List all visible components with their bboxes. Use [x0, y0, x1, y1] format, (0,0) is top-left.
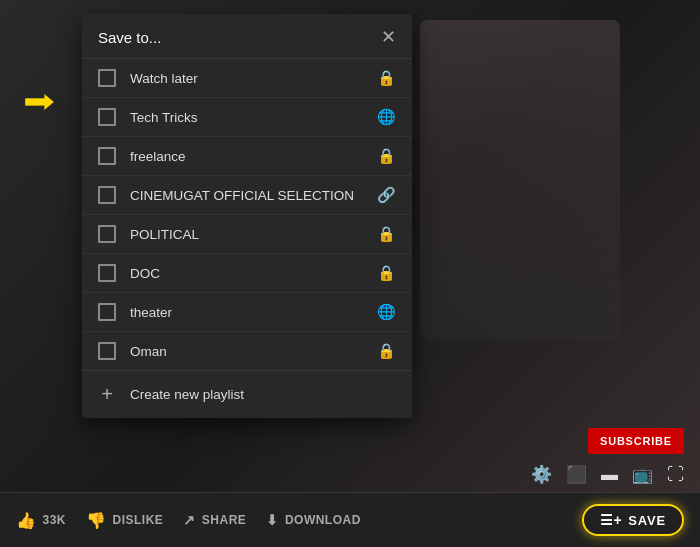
like-icon: 👍: [16, 511, 37, 530]
download-button[interactable]: ⬇ DOWNLOAD: [266, 512, 361, 528]
theater-icon[interactable]: ▬: [601, 465, 618, 485]
lock-icon: 🔒: [377, 69, 396, 87]
save-icon: ☰+: [600, 512, 623, 528]
subscribe-button[interactable]: SUBSCRIBE: [588, 428, 684, 454]
checkbox-freelance[interactable]: [98, 147, 116, 165]
modal-header: Save to... ✕: [82, 14, 412, 59]
playlist-name: theater: [130, 305, 363, 320]
lock-icon: 🔒: [377, 342, 396, 360]
save-to-modal: Save to... ✕ Watch later 🔒 Tech Tricks 🌐…: [82, 14, 412, 418]
checkbox-tech-tricks[interactable]: [98, 108, 116, 126]
bottom-bar: 👍 33K 👎 DISLIKE ↗ SHARE ⬇ DOWNLOAD ☰+ SA…: [0, 492, 700, 547]
list-item[interactable]: DOC 🔒: [82, 254, 412, 293]
list-item[interactable]: Oman 🔒: [82, 332, 412, 370]
close-button[interactable]: ✕: [381, 28, 396, 46]
lock-icon: 🔒: [377, 147, 396, 165]
playlist-name: Oman: [130, 344, 363, 359]
save-label: SAVE: [628, 513, 666, 528]
bottom-bar-left: 👍 33K 👎 DISLIKE ↗ SHARE ⬇ DOWNLOAD: [16, 511, 361, 530]
settings-icon[interactable]: ⚙️: [531, 464, 552, 485]
bottom-bar-right: ☰+ SAVE: [582, 504, 684, 536]
cast-icon[interactable]: 📺: [632, 464, 653, 485]
dislike-label: DISLIKE: [113, 513, 164, 527]
video-figure: [420, 20, 620, 340]
subscribe-label: SUBSCRIBE: [600, 435, 672, 447]
playlist-name: Watch later: [130, 71, 363, 86]
like-count: 33K: [43, 513, 67, 527]
list-item[interactable]: Tech Tricks 🌐: [82, 98, 412, 137]
checkbox-political[interactable]: [98, 225, 116, 243]
globe-icon: 🌐: [377, 303, 396, 321]
lock-icon: 🔒: [377, 264, 396, 282]
checkbox-doc[interactable]: [98, 264, 116, 282]
lock-icon: 🔒: [377, 225, 396, 243]
modal-title: Save to...: [98, 29, 161, 46]
create-new-label: Create new playlist: [130, 387, 244, 402]
playlist-name: CINEMUGAT OFFICIAL SELECTION: [130, 188, 363, 203]
checkbox-oman[interactable]: [98, 342, 116, 360]
fullscreen-icon[interactable]: ⛶: [667, 465, 684, 485]
save-button[interactable]: ☰+ SAVE: [582, 504, 684, 536]
download-icon: ⬇: [266, 512, 279, 528]
checkbox-watch-later[interactable]: [98, 69, 116, 87]
checkbox-theater[interactable]: [98, 303, 116, 321]
plus-icon: +: [98, 383, 116, 406]
create-new-playlist-button[interactable]: + Create new playlist: [82, 370, 412, 418]
playlist-list: Watch later 🔒 Tech Tricks 🌐 freelance 🔒 …: [82, 59, 412, 370]
miniplayer-icon[interactable]: ⬛: [566, 464, 587, 485]
globe-icon: 🌐: [377, 108, 396, 126]
list-item[interactable]: POLITICAL 🔒: [82, 215, 412, 254]
checkbox-cinemugat[interactable]: [98, 186, 116, 204]
playlist-name: POLITICAL: [130, 227, 363, 242]
share-button[interactable]: ↗ SHARE: [183, 512, 246, 528]
playlist-name: DOC: [130, 266, 363, 281]
dislike-icon: 👎: [86, 511, 107, 530]
link-icon: 🔗: [377, 186, 396, 204]
list-item[interactable]: theater 🌐: [82, 293, 412, 332]
download-label: DOWNLOAD: [285, 513, 361, 527]
list-item[interactable]: CINEMUGAT OFFICIAL SELECTION 🔗: [82, 176, 412, 215]
share-icon: ↗: [183, 512, 196, 528]
dislike-button[interactable]: 👎 DISLIKE: [86, 511, 163, 530]
share-label: SHARE: [202, 513, 247, 527]
like-button[interactable]: 👍 33K: [16, 511, 66, 530]
playlist-name: freelance: [130, 149, 363, 164]
list-item[interactable]: Watch later 🔒: [82, 59, 412, 98]
list-item[interactable]: freelance 🔒: [82, 137, 412, 176]
yellow-arrow: ➡: [23, 82, 55, 120]
playlist-name: Tech Tricks: [130, 110, 363, 125]
